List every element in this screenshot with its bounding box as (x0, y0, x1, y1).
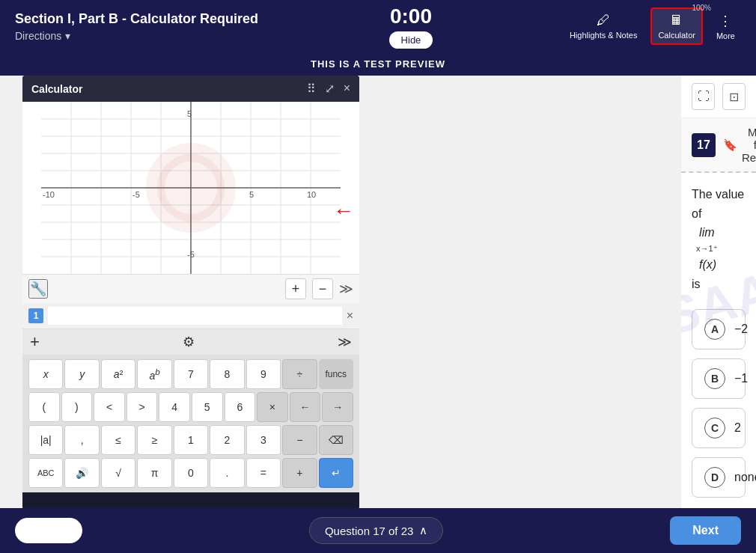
key-enter[interactable]: ↵ (319, 458, 353, 488)
expression-row: 1 × (22, 303, 359, 329)
function-expr: f(x) (699, 258, 716, 271)
expression-number: 1 (28, 308, 43, 323)
bookmark-icon: 🔖 (723, 138, 737, 152)
key-leq[interactable]: ≤ (101, 425, 135, 455)
add-expression-button[interactable]: + (30, 332, 40, 352)
key-pi[interactable]: π (137, 458, 171, 488)
zoom-out-button[interactable]: − (312, 278, 333, 299)
key-9[interactable]: 9 (246, 359, 281, 389)
key-6[interactable]: 6 (225, 392, 256, 422)
key-7[interactable]: 7 (174, 359, 208, 389)
key-sound[interactable]: 🔊 (64, 458, 99, 488)
calculator-button[interactable]: 🖩 Calculator (650, 7, 703, 45)
svg-text:5: 5 (249, 190, 254, 199)
text-suffix: is (692, 278, 701, 290)
collapse-button[interactable]: ≫ (338, 334, 352, 350)
expand-panel-button[interactable]: ⛶ (692, 83, 715, 110)
key-left-arrow[interactable]: ← (290, 392, 321, 422)
chevron-up-icon: ∧ (419, 524, 427, 537)
settings-button[interactable]: ⚙ (183, 334, 195, 350)
directions-label: Directions (15, 30, 61, 42)
choice-a[interactable]: A −2 (692, 309, 746, 349)
expand-icon[interactable]: ⤢ (325, 82, 335, 96)
key-0[interactable]: 0 (174, 458, 208, 488)
choice-d-letter: D (704, 467, 725, 488)
svg-text:10: 10 (307, 190, 316, 199)
chevron-down-icon: ▾ (65, 30, 70, 42)
key-4[interactable]: 4 (159, 392, 190, 422)
choice-b[interactable]: B −1 (692, 358, 746, 399)
expression-close[interactable]: × (347, 309, 353, 323)
key-backspace[interactable]: ⌫ (319, 425, 353, 455)
question-panel: ⛶ ⊡ 17 🔖 Mark for Review ABC The value o… (681, 76, 756, 531)
question-header: 17 🔖 Mark for Review ABC (681, 118, 756, 173)
key-5[interactable]: 5 (192, 392, 223, 422)
key-2[interactable]: 2 (210, 425, 244, 455)
keypad-row-2: ( ) < > 4 5 6 × ← → (25, 391, 356, 424)
key-abs[interactable]: |a| (28, 425, 63, 455)
key-geq[interactable]: ≥ (137, 425, 171, 455)
key-8[interactable]: 8 (210, 359, 244, 389)
key-3[interactable]: 3 (246, 425, 281, 455)
key-plus[interactable]: + (282, 458, 317, 488)
key-x[interactable]: x (28, 359, 63, 389)
header-left: Section I, Part B - Calculator Required … (15, 11, 258, 42)
timer-display: 0:00 (390, 4, 432, 28)
svg-text:-5: -5 (187, 250, 195, 259)
choice-c-value: 2 (734, 421, 741, 435)
collapse-icon[interactable]: ≫ (339, 281, 353, 297)
mark-review-button[interactable]: 🔖 Mark for Review (723, 126, 756, 164)
question-body: The value of lim x→1⁺ f(x) is A −2 (681, 173, 756, 519)
zoom-in-button[interactable]: + (285, 278, 306, 299)
key-less-than[interactable]: < (94, 392, 125, 422)
key-multiply[interactable]: × (257, 392, 288, 422)
wrench-button[interactable]: 🔧 (28, 279, 48, 299)
key-dot[interactable]: . (210, 458, 244, 488)
key-sqrt[interactable]: √ (101, 458, 135, 488)
panel-icons-row: ⛶ ⊡ (681, 76, 756, 118)
key-greater-than[interactable]: > (126, 392, 158, 422)
key-minus[interactable]: − (282, 425, 317, 455)
calculator-header-icons: ⠿ ⤢ × (307, 82, 350, 96)
answer-choices: A −2 B −1 C 2 D nonexistent (692, 309, 746, 498)
highlights-notes-button[interactable]: 🖊 Highlights & Notes (564, 9, 644, 43)
svg-text:-10: -10 (43, 190, 55, 199)
key-funcs[interactable]: funcs (319, 359, 353, 389)
choice-a-value: −2 (734, 323, 748, 336)
directions-button[interactable]: Directions ▾ (15, 30, 258, 42)
hide-button[interactable]: Hide (389, 31, 433, 49)
red-arrow-indicator: ← (333, 199, 354, 223)
more-button[interactable]: ⋮ More (710, 9, 741, 44)
question-counter-text: Question 17 of 23 (325, 525, 413, 537)
key-y[interactable]: y (64, 359, 99, 389)
expand-panel-icon: ⛶ (698, 90, 710, 103)
key-a-b[interactable]: ab (137, 359, 171, 389)
header-center: 0:00 Hide (389, 4, 433, 49)
contract-panel-button[interactable]: ⊡ (722, 83, 746, 110)
keypad: x y a² ab 7 8 9 ÷ funcs ( ) < > 4 5 6 × … (22, 355, 359, 492)
key-1[interactable]: 1 (174, 425, 208, 455)
choice-c[interactable]: C 2 (692, 408, 746, 448)
key-open-paren[interactable]: ( (28, 392, 60, 422)
key-close-paren[interactable]: ) (61, 392, 93, 422)
key-abc[interactable]: ABC (28, 458, 63, 488)
question-counter-button[interactable]: Question 17 of 23 ∧ (309, 517, 443, 544)
key-equals[interactable]: = (246, 458, 281, 488)
next-button[interactable]: Next (670, 516, 741, 545)
drag-handle-icon: ⠿ (307, 82, 316, 96)
key-divide[interactable]: ÷ (282, 359, 317, 389)
choice-d[interactable]: D nonexistent (692, 457, 746, 498)
key-right-arrow[interactable]: → (322, 392, 353, 422)
calculator-header: Calculator ⠿ ⤢ × (22, 76, 359, 102)
expression-input[interactable] (48, 307, 342, 325)
choice-c-letter: C (704, 418, 725, 439)
key-a-squared[interactable]: a² (101, 359, 135, 389)
keypad-row-3: |a| , ≤ ≥ 1 2 3 − ⌫ (25, 424, 356, 456)
more-icon: ⋮ (719, 13, 732, 29)
key-comma[interactable]: , (64, 425, 99, 455)
choice-d-value: nonexistent (734, 471, 756, 484)
keypad-row-4: ABC 🔊 √ π 0 . = + ↵ (25, 456, 356, 489)
close-icon[interactable]: × (344, 82, 350, 96)
calculator-icon: 🖩 (670, 13, 683, 28)
calculator-label: Calculator (658, 31, 695, 40)
